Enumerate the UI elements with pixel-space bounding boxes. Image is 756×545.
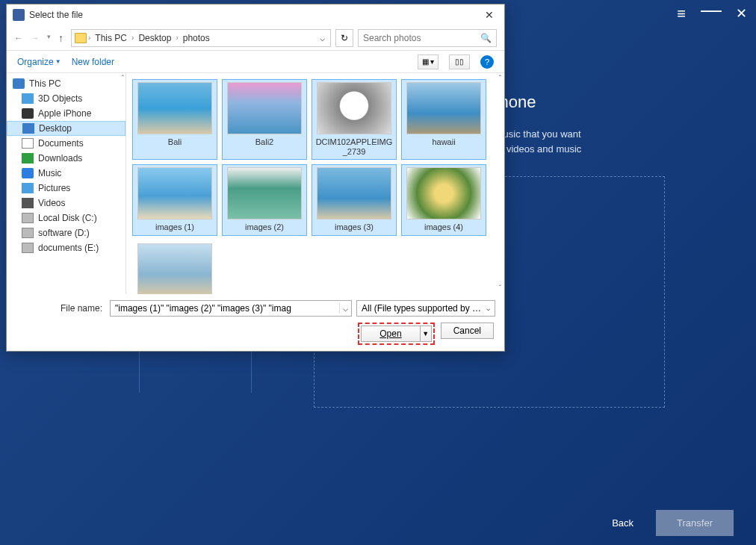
tree-item[interactable]: Documents — [7, 136, 126, 151]
tree-item[interactable]: Downloads — [7, 151, 126, 166]
tree-item[interactable]: Desktop — [7, 121, 126, 136]
app-close-icon[interactable]: ✕ — [732, 4, 750, 22]
file-label: Bali — [168, 137, 182, 147]
tree-item[interactable]: Local Disk (C:) — [7, 211, 126, 225]
tree-item-label: software (D:) — [38, 228, 90, 238]
file-list[interactable]: ˆ BaliBali2DCIM102APPLEIMG_2739hawaiiima… — [126, 73, 504, 294]
app-footer: Back Transfer — [0, 500, 756, 545]
tree-item-label: Documents — [38, 138, 84, 149]
file-label: images (3) — [335, 222, 374, 232]
thumbnail — [227, 82, 302, 134]
filename-input[interactable] — [111, 303, 339, 314]
dialog-nav: ← → ▾ ↑ › This PC › Desktop › photos ⌵ ↻… — [7, 25, 504, 51]
scroll-up-icon[interactable]: ˆ — [499, 75, 501, 83]
chevron-right-icon[interactable]: › — [176, 34, 178, 42]
file-item[interactable]: images (3) — [312, 164, 397, 235]
nav-forward-icon: → — [31, 33, 40, 43]
folder-icon — [22, 213, 34, 223]
breadcrumb-item[interactable]: Desktop — [135, 33, 174, 43]
folder-icon — [22, 168, 34, 178]
nav-recent-icon[interactable]: ▾ — [47, 33, 51, 43]
tree-item-label: 3D Objects — [38, 93, 82, 104]
file-item[interactable]: Bali2 — [222, 79, 307, 160]
minimize-icon[interactable]: — — [702, 1, 720, 19]
tree-item[interactable]: Apple iPhone — [7, 106, 126, 121]
tree-item-label: Downloads — [38, 153, 82, 164]
thumbnail — [137, 82, 212, 134]
chevron-right-icon[interactable]: › — [131, 34, 134, 42]
folder-icon — [22, 153, 34, 164]
tree-item-label: Pictures — [38, 183, 70, 193]
open-button[interactable]: Open ▼ — [361, 326, 431, 342]
tree-item[interactable]: 3D Objects — [7, 91, 126, 106]
cancel-button[interactable]: Cancel — [441, 323, 494, 339]
file-item[interactable]: DCIM102APPLEIMG_2739 — [312, 79, 397, 160]
preview-pane-button[interactable]: ▯▯ — [449, 54, 470, 69]
dialog-close-icon[interactable]: ✕ — [480, 6, 498, 24]
tree-item[interactable]: Music — [7, 166, 126, 181]
file-label: DCIM102APPLEIMG_2739 — [315, 137, 394, 157]
file-label: Bali2 — [255, 137, 273, 147]
list-icon[interactable] — [672, 4, 690, 22]
chevron-down-icon[interactable]: ▼ — [421, 330, 431, 337]
chevron-down-icon[interactable]: ⌵ — [339, 303, 351, 314]
file-label: hawaii — [432, 137, 455, 147]
file-item[interactable]: hawaii — [401, 79, 486, 160]
breadcrumb[interactable]: › This PC › Desktop › photos ⌵ — [71, 29, 331, 47]
folder-icon — [22, 138, 34, 149]
folder-icon — [75, 33, 87, 43]
breadcrumb-item[interactable]: photos — [180, 33, 213, 43]
search-icon[interactable]: 🔍 — [480, 33, 492, 43]
thumbnail — [317, 82, 391, 134]
file-item[interactable]: images (2) — [222, 164, 307, 235]
file-item[interactable]: images (4) — [401, 164, 486, 235]
file-item[interactable]: images (1) — [132, 164, 217, 235]
help-icon[interactable]: ? — [480, 55, 494, 69]
breadcrumb-item[interactable]: This PC — [92, 33, 130, 43]
chevron-down-icon: ⌵ — [486, 305, 490, 312]
file-label: images (2) — [245, 222, 284, 232]
chevron-right-icon[interactable]: › — [88, 34, 90, 42]
filename-field[interactable]: ⌵ — [110, 300, 352, 317]
search-box[interactable]: 🔍 — [358, 29, 497, 47]
search-input[interactable] — [363, 33, 480, 43]
tree-item-label: Music — [38, 168, 61, 178]
new-folder-button[interactable]: New folder — [72, 57, 114, 67]
view-mode-button[interactable]: ▦ ▾ — [418, 54, 439, 69]
tree-item-label: Desktop — [39, 123, 72, 134]
tree-item-label: Videos — [38, 198, 65, 208]
scroll-down-icon[interactable]: ˇ — [499, 284, 501, 293]
back-button[interactable]: Back — [598, 510, 647, 536]
file-open-dialog: Select the file ✕ ← → ▾ ↑ › This PC › De… — [6, 4, 505, 352]
tree-item[interactable]: This PC — [7, 76, 126, 91]
folder-icon — [22, 198, 34, 208]
tree-item[interactable]: documents (E:) — [7, 240, 126, 255]
organize-button[interactable]: Organize ▼ — [17, 57, 61, 67]
folder-icon — [22, 243, 34, 253]
dialog-body: ˆ This PC3D ObjectsApple iPhoneDesktopDo… — [7, 73, 504, 294]
file-item[interactable]: Bali — [132, 79, 217, 160]
folder-icon — [22, 93, 34, 104]
transfer-button[interactable]: Transfer — [656, 510, 734, 536]
thumbnail — [406, 167, 481, 219]
file-item[interactable] — [132, 240, 217, 294]
thumbnail — [317, 167, 391, 219]
refresh-icon[interactable]: ↻ — [335, 29, 353, 47]
nav-back-icon[interactable]: ← — [14, 33, 23, 43]
tree-item[interactable]: software (D:) — [7, 225, 126, 240]
tree-item-label: Apple iPhone — [38, 108, 91, 119]
file-type-filter[interactable]: All (File types supported by the ⌵ — [356, 300, 495, 317]
dialog-footer: File name: ⌵ All (File types supported b… — [7, 294, 504, 351]
chevron-down-icon: ▼ — [55, 58, 61, 65]
scroll-up-icon[interactable]: ˆ — [122, 75, 124, 83]
thumbnail — [137, 167, 212, 219]
thumbnail — [406, 82, 481, 134]
breadcrumb-dropdown-icon[interactable]: ⌵ — [317, 33, 327, 43]
folder-icon — [22, 228, 34, 238]
app-icon — [13, 9, 25, 21]
tree-item[interactable]: Pictures — [7, 181, 126, 196]
folder-tree[interactable]: ˆ This PC3D ObjectsApple iPhoneDesktopDo… — [7, 73, 126, 294]
tree-item[interactable]: Videos — [7, 196, 126, 211]
thumbnail — [227, 167, 302, 219]
nav-up-icon[interactable]: ↑ — [58, 32, 63, 44]
